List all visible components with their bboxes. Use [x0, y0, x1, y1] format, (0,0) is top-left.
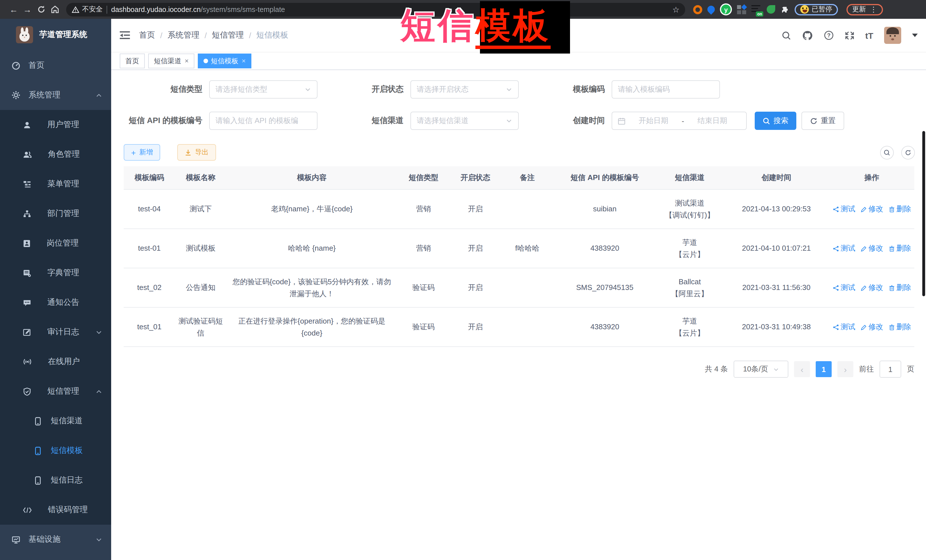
- sidebar-item-infrastructure[interactable]: 基础设施: [0, 525, 111, 554]
- sidebar-item-posts[interactable]: 岗位管理: [0, 228, 111, 258]
- table-refresh-button[interactable]: [901, 146, 915, 160]
- font-size-icon[interactable]: tT: [865, 30, 873, 40]
- annotation-label: 短信模板: [400, 3, 551, 48]
- sidebar-item-announcements[interactable]: 通知公告: [0, 288, 111, 317]
- delete-link[interactable]: 删除: [888, 321, 911, 333]
- extension-green-icon[interactable]: [767, 5, 775, 14]
- tab-sms-channel[interactable]: 短信渠道 ×: [148, 54, 194, 68]
- github-icon[interactable]: [802, 30, 813, 41]
- app-title: 芋道管理系统: [39, 30, 87, 40]
- user-avatar[interactable]: [884, 27, 901, 44]
- fullscreen-icon[interactable]: [845, 30, 855, 40]
- sidebar-collapse-icon[interactable]: [120, 31, 130, 40]
- sidebar-item-system[interactable]: 系统管理: [0, 80, 111, 110]
- browser-back-icon[interactable]: ←: [7, 3, 21, 16]
- sidebar-item-home[interactable]: 首页: [0, 51, 111, 80]
- chevron-down-icon: [773, 366, 779, 372]
- gear-icon: [11, 91, 21, 100]
- search-icon[interactable]: [781, 30, 791, 40]
- app-logo-row[interactable]: 芋道管理系统: [0, 19, 111, 51]
- url-separator: [107, 5, 107, 14]
- test-link[interactable]: 测试: [832, 203, 855, 215]
- sidebar-item-users[interactable]: 用户管理: [0, 110, 111, 140]
- edit-link[interactable]: 修改: [861, 282, 883, 294]
- tab-sms-template[interactable]: 短信模板 ×: [198, 54, 251, 68]
- api-template-id-input[interactable]: 请输入短信 API 的模板编: [209, 112, 318, 130]
- breadcrumb-sms[interactable]: 短信管理: [212, 30, 244, 41]
- url-text[interactable]: dashboard.yudao.iocoder.cn/system/sms/sm…: [111, 5, 285, 14]
- filter-label: 模板编码: [526, 84, 611, 95]
- edit-link[interactable]: 修改: [861, 321, 883, 333]
- extension-orange-ring-icon[interactable]: [693, 5, 702, 14]
- browser-forward-icon[interactable]: →: [21, 3, 34, 16]
- status-select[interactable]: 请选择开启状态: [410, 80, 519, 98]
- sidebar-item-menus[interactable]: 菜单管理: [0, 169, 111, 199]
- cell-sms-type: 营销: [397, 239, 450, 258]
- close-icon[interactable]: ×: [185, 57, 189, 65]
- edit-link[interactable]: 修改: [861, 203, 883, 215]
- breadcrumb-home[interactable]: 首页: [139, 30, 155, 41]
- sidebar-item-dictionary[interactable]: 字典管理: [0, 258, 111, 288]
- close-icon[interactable]: ×: [242, 57, 246, 65]
- sidebar-item-sms-template[interactable]: 短信模板: [0, 436, 111, 465]
- svg-text:?: ?: [827, 32, 831, 38]
- export-button[interactable]: 导出: [177, 144, 216, 161]
- sidebar-item-label: 审计日志: [47, 327, 79, 337]
- table-search-toggle-button[interactable]: [880, 146, 894, 160]
- next-page-button[interactable]: ›: [837, 361, 853, 377]
- profile-paused-pill[interactable]: 已暂停: [794, 4, 838, 15]
- browser-home-icon[interactable]: [48, 3, 62, 16]
- security-warning[interactable]: 不安全: [72, 5, 103, 14]
- delete-link[interactable]: 删除: [888, 203, 911, 215]
- tab-home[interactable]: 首页: [120, 54, 145, 68]
- extension-on-icon[interactable]: on: [751, 5, 761, 14]
- sidebar-item-error-codes[interactable]: 错误码管理: [0, 495, 111, 525]
- extensions-puzzle-icon[interactable]: [780, 5, 790, 14]
- sidebar-item-audit-log[interactable]: 审计日志: [0, 317, 111, 347]
- extension-grid-icon[interactable]: [737, 5, 746, 14]
- sidebar-item-sms-channel[interactable]: 短信渠道: [0, 406, 111, 436]
- cell-api-template-id: 4383920: [554, 239, 656, 258]
- sms-type-select[interactable]: 请选择短信类型: [209, 80, 318, 98]
- sidebar-item-label: 部门管理: [47, 208, 79, 219]
- edit-link[interactable]: 修改: [861, 242, 883, 255]
- sidebar-item-online-users[interactable]: 在线用户: [0, 347, 111, 377]
- extension-blue-pin-icon[interactable]: [706, 4, 717, 15]
- page-jump-input[interactable]: 1: [879, 361, 901, 378]
- cell-created-time: 2021-03-31 11:56:30: [723, 278, 829, 297]
- delete-link[interactable]: 删除: [888, 242, 911, 255]
- current-page-button[interactable]: 1: [816, 361, 832, 377]
- add-button[interactable]: + 新增: [124, 144, 160, 161]
- url-bar[interactable]: 不安全 dashboard.yudao.iocoder.cn/system/sm…: [66, 3, 685, 16]
- placeholder: 请选择开启状态: [417, 84, 502, 95]
- cell-status: 开启: [450, 318, 501, 337]
- browser-reload-icon[interactable]: [34, 3, 48, 16]
- placeholder: 请选择短信类型: [215, 84, 301, 95]
- org-tree-icon: [23, 209, 31, 218]
- browser-menu-icon[interactable]: ⋮: [870, 6, 877, 13]
- help-icon[interactable]: ?: [824, 30, 834, 41]
- test-link[interactable]: 测试: [832, 282, 855, 294]
- avatar-caret-icon[interactable]: [912, 33, 918, 37]
- prev-page-button[interactable]: ‹: [794, 361, 810, 377]
- page-size-select[interactable]: 10条/页: [734, 361, 788, 378]
- test-link[interactable]: 测试: [832, 242, 855, 255]
- refresh-icon: [905, 149, 911, 156]
- sidebar-item-sms[interactable]: 短信管理: [0, 377, 111, 406]
- bookmark-star-icon[interactable]: ☆: [672, 5, 679, 14]
- channel-select[interactable]: 请选择短信渠道: [410, 112, 519, 130]
- breadcrumb-system[interactable]: 系统管理: [168, 30, 200, 41]
- scrollbar-thumb[interactable]: [922, 131, 925, 296]
- extension-y-icon[interactable]: y: [720, 3, 732, 15]
- sidebar-item-roles[interactable]: 角色管理: [0, 140, 111, 169]
- template-code-input[interactable]: 请输入模板编码: [611, 80, 720, 98]
- delete-link[interactable]: 删除: [888, 282, 911, 294]
- search-button[interactable]: 搜索: [755, 112, 796, 130]
- test-link[interactable]: 测试: [832, 321, 855, 333]
- sidebar-item-departments[interactable]: 部门管理: [0, 199, 111, 228]
- sidebar-item-sms-log[interactable]: 短信日志: [0, 465, 111, 495]
- reset-button[interactable]: 重置: [802, 112, 844, 130]
- filter-create-time: 创建时间 开始日期 - 结束日期: [526, 112, 747, 130]
- browser-update-button[interactable]: 更新 ⋮: [846, 4, 883, 15]
- date-range-picker[interactable]: 开始日期 - 结束日期: [611, 112, 747, 130]
